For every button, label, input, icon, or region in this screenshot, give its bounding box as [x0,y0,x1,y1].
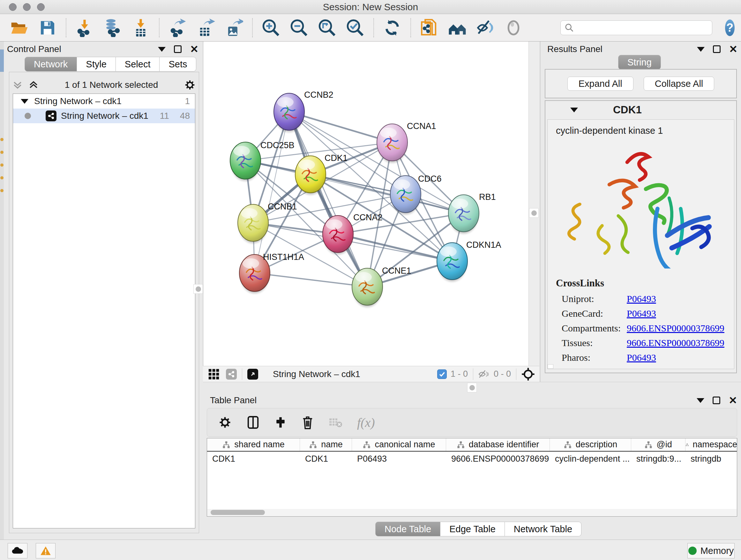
network-canvas[interactable]: CCNB2CCNA1CDC25BCDK1CDC6RB1CCNB1CCNA2CDK… [203,42,529,366]
column-header[interactable]: description [550,438,631,451]
disclosure-triangle-icon[interactable] [21,99,28,104]
import-network-from-database-button[interactable] [103,18,123,38]
column-header[interactable]: namespace [685,438,738,451]
column-header[interactable]: database identifier [446,438,550,451]
network-node-CDKN1A[interactable]: CDKN1A [437,240,501,282]
panel-close-icon[interactable]: ✕ [190,45,199,53]
crosslink-link[interactable]: 9606.ENSP00000378699 [627,337,724,348]
delete-icon[interactable] [301,415,314,429]
tab-edge-table[interactable]: Edge Table [441,522,505,537]
expand-all-icon[interactable] [28,79,39,90]
tab-network[interactable]: Network [24,57,77,71]
zoom-fit-button[interactable] [317,18,337,38]
column-header[interactable]: @id [631,438,685,451]
tab-sets[interactable]: Sets [159,57,196,71]
network-collection-row[interactable]: String Network – cdk1 1 [13,94,195,109]
collapse-all-button[interactable]: Collapse All [644,77,715,91]
tab-string[interactable]: String [618,55,661,70]
collapse-all-icon[interactable] [12,79,23,90]
panel-float-icon[interactable] [713,396,720,404]
export-image-button[interactable] [224,18,244,38]
memory-button[interactable]: Memory [687,543,735,558]
network-node-CDC25B[interactable]: CDC25B [230,140,294,181]
scrollbar-thumb[interactable] [211,510,265,515]
search-input[interactable] [574,23,708,33]
warnings-button[interactable] [36,543,56,558]
home-button[interactable] [448,18,467,38]
panel-close-icon[interactable]: ✕ [729,45,738,53]
fit-selected-crosshair-icon[interactable] [522,368,535,381]
horizontal-splitter[interactable] [203,382,741,393]
crosslink-link[interactable]: 9606.ENSP00000378699 [627,323,724,333]
panel-menu-icon[interactable] [158,47,165,52]
results-splitter-handle[interactable] [529,208,539,218]
expand-all-button[interactable]: Expand All [567,77,633,91]
show-columns-icon[interactable] [246,415,260,429]
network-vertical-scrollbar[interactable] [529,42,539,366]
refresh-view-button[interactable] [382,18,402,38]
crosslink-link[interactable]: P06493 [627,294,656,304]
gear-icon[interactable] [184,79,196,91]
selected-checkbox[interactable] [437,369,447,379]
column-header[interactable]: canonical name [352,438,446,451]
clone-network-button[interactable] [419,18,439,38]
window-minimize-button[interactable] [23,3,30,11]
show-panel-button[interactable] [503,18,523,38]
window-close-button[interactable] [9,3,17,11]
panel-float-icon[interactable] [174,45,182,53]
panel-splitter-handle[interactable] [193,284,203,294]
tab-network-table[interactable]: Network Table [505,522,582,537]
crosslink-link[interactable]: P06493 [627,352,656,362]
export-table-button[interactable] [196,18,216,38]
panel-close-icon[interactable]: ✕ [729,396,737,404]
hide-panels-button[interactable] [475,18,495,38]
network-node-CCNB1[interactable]: CCNB1 [238,202,297,243]
table-row[interactable]: CDK1CDK1P064939606.ENSP00000378699cyclin… [207,452,737,466]
cloud-status-button[interactable] [8,543,27,558]
network-edge[interactable] [289,112,392,142]
panel-float-icon[interactable] [713,45,721,53]
table-cell[interactable]: stringdb:9... [631,454,685,464]
network-edge[interactable] [255,112,289,273]
table-cell[interactable]: stringdb [685,454,738,464]
window-zoom-button[interactable] [37,3,45,11]
add-icon[interactable] [274,416,287,429]
import-network-file-button[interactable] [75,18,94,38]
panel-menu-icon[interactable] [697,398,704,403]
network-view-type-icon[interactable] [226,369,237,380]
table-splitter-handle[interactable] [467,383,477,392]
table-cell[interactable]: 9606.ENSP00000378699 [446,454,550,464]
birdseye-view-icon[interactable] [247,369,258,380]
table-horizontal-scrollbar[interactable] [207,509,737,516]
table-cell[interactable]: CDK1 [300,454,352,464]
table-cell[interactable]: cyclin-dependent ... [550,454,631,464]
network-edge[interactable] [338,234,452,261]
help-button[interactable]: ? [725,19,735,36]
table-cell[interactable]: P06493 [352,454,446,464]
network-node-HIST1H1A[interactable]: HIST1H1A [239,252,304,294]
search-box[interactable] [560,20,712,35]
network-node-CDK1[interactable]: CDK1 [295,153,347,195]
column-header[interactable]: shared name [207,438,300,451]
gear-icon[interactable] [218,415,232,429]
zoom-in-button[interactable] [261,18,281,38]
network-node-RB1[interactable]: RB1 [448,192,496,234]
save-session-button[interactable] [38,18,57,38]
disclosure-triangle-icon[interactable] [570,108,578,112]
export-network-button[interactable] [168,18,188,38]
zoom-out-button[interactable] [289,18,309,38]
crosslink-link[interactable]: P06493 [627,308,656,318]
network-node-CDC6[interactable]: CDC6 [390,174,442,214]
table-cell[interactable]: CDK1 [207,454,300,464]
tab-style[interactable]: Style [77,57,116,71]
tab-node-table[interactable]: Node Table [375,522,441,537]
panel-menu-icon[interactable] [697,47,704,52]
column-header[interactable]: name [300,438,352,451]
tab-select[interactable]: Select [116,57,160,71]
grid-view-icon[interactable] [207,368,220,381]
open-session-button[interactable] [10,18,29,38]
network-edge[interactable] [255,273,367,287]
network-row[interactable]: String Network – cdk1 11 48 [13,109,195,123]
gene-card-header[interactable]: CDK1 [545,101,736,119]
network-node-CCNB2[interactable]: CCNB2 [274,90,333,132]
